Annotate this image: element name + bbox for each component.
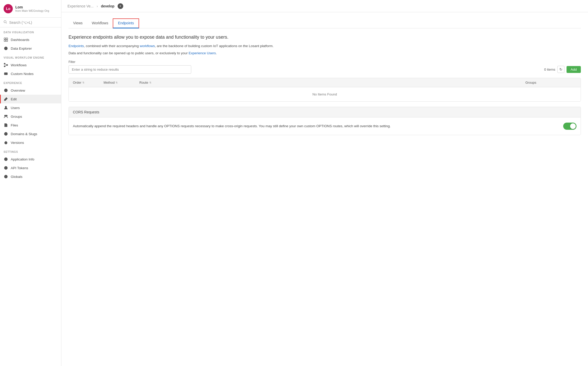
breadcrumb-current: develop [101,4,115,8]
svg-point-21 [5,115,6,116]
items-count-container: 0 items ↻ Add [544,66,581,73]
table-body: No Items Found [69,87,581,101]
breadcrumb-separator: › [97,4,98,8]
svg-point-26 [5,142,7,144]
cors-toggle[interactable] [563,123,576,130]
sort-icon-order: ⇅ [82,81,84,84]
edit-icon [4,97,8,101]
data-explorer-icon [4,46,8,51]
user-org: from Main WEGnology Org [15,9,49,12]
svg-line-1 [6,23,7,23]
add-button[interactable]: Add [567,66,581,73]
empty-message: No Items Found [312,92,337,96]
sidebar-item-users[interactable]: Users [0,103,61,112]
sidebar-item-edit[interactable]: Edit [0,95,61,103]
filter-label: Filter [69,60,581,64]
tab-workflows[interactable]: Workflows [87,18,113,28]
svg-rect-9 [4,66,5,67]
sidebar-item-label-files: Files [11,123,18,127]
tab-views[interactable]: Views [69,18,87,28]
workflows-link[interactable]: workflows [140,44,155,48]
table-header-method[interactable]: Method⇅ [104,81,139,84]
sidebar-item-overview[interactable]: Overview [0,86,61,95]
svg-rect-8 [4,63,5,64]
refresh-button[interactable]: ↻ [557,66,564,73]
toggle-thumb [570,123,576,129]
app-info-icon [4,157,8,162]
sidebar-item-label-domains-slugs: Domains & Slugs [11,132,37,136]
sidebar-item-api-tokens[interactable]: API Tokens [0,164,61,172]
users-icon [4,105,8,110]
sidebar-item-label-workflows: Workflows [11,63,27,67]
svg-point-18 [5,90,6,91]
section-title: Experience endpoints allow you to expose… [69,35,581,40]
sidebar-item-domains-slugs[interactable]: Domains & Slugs [0,130,61,138]
groups-icon [4,114,8,119]
sidebar-item-custom-nodes[interactable]: Custom Nodes [0,69,61,78]
sidebar-sections: DATA VISUALIZATIONDashboardsData Explore… [0,27,61,181]
search-label: Search (⌥+L) [9,20,32,25]
sidebar: Lo Lom from Main WEGnology Org Search (⌥… [0,0,61,366]
sidebar-item-groups[interactable]: Groups [0,112,61,121]
svg-rect-3 [6,38,8,39]
table-header: Order⇅Method⇅Route⇅Groups [69,78,581,87]
table-header-order[interactable]: Order⇅ [73,81,104,84]
cors-body: Automatically append the required header… [69,117,581,135]
breadcrumb-dropdown[interactable]: ▾ [118,3,123,9]
sidebar-item-label-custom-nodes: Custom Nodes [11,72,33,76]
desc1-post: , are the backbone of building custom Io… [155,44,274,48]
sidebar-item-label-versions: Versions [11,141,24,145]
sidebar-item-globals[interactable]: Globals [0,172,61,181]
custom-nodes-icon [4,71,8,76]
svg-line-12 [5,65,7,66]
desc2-post: . [216,51,217,55]
overview-icon [4,88,8,93]
sidebar-search[interactable]: Search (⌥+L) [0,18,61,27]
sidebar-item-dashboards[interactable]: Dashboards [0,35,61,44]
workflow-icon [4,63,8,67]
user-info: Lom from Main WEGnology Org [15,5,49,12]
api-tokens-icon [4,166,8,170]
filter-row: 0 items ↻ Add [69,65,581,74]
svg-line-11 [5,64,7,65]
svg-point-20 [5,106,7,108]
sidebar-item-application-info[interactable]: Application Info [0,155,61,164]
refresh-icon: ↻ [559,67,562,71]
breadcrumb-parent[interactable]: Experience Ve... [67,4,94,8]
sidebar-item-label-data-explorer: Data Explorer [11,47,32,50]
sidebar-item-label-groups: Groups [11,115,22,119]
top-nav: Experience Ve... › develop ▾ [61,0,588,12]
svg-rect-5 [6,40,8,41]
dashboard-icon [4,37,8,42]
sidebar-item-label-application-info: Application Info [11,157,34,161]
table-header-groups: Groups [525,81,576,84]
cors-section: CORS Requests Automatically append the r… [69,107,581,135]
sidebar-section-data-visualization: DATA VISUALIZATION [0,27,61,35]
cors-header: CORS Requests [69,107,581,117]
desc2-pre: Data and functionality can be opened up … [69,51,189,55]
sidebar-item-workflows[interactable]: Workflows [0,61,61,69]
endpoints-table: Order⇅Method⇅Route⇅Groups No Items Found [69,78,581,102]
sidebar-item-label-users: Users [11,106,20,110]
sidebar-item-label-api-tokens: API Tokens [11,166,28,170]
desc1-mid: , combined with their accompanying [84,44,140,48]
avatar: Lo [4,4,13,13]
experience-users-link[interactable]: Experience Users [189,51,216,55]
tab-endpoints[interactable]: Endpoints [113,18,139,28]
sidebar-user[interactable]: Lo Lom from Main WEGnology Org [0,0,61,18]
table-header-route[interactable]: Route⇅ [139,81,525,84]
endpoints-link[interactable]: Endpoints [69,44,84,48]
description-2: Data and functionality can be opened up … [69,51,581,56]
globals-icon [4,174,8,179]
sidebar-item-data-explorer[interactable]: Data Explorer [0,44,61,53]
sidebar-item-label-dashboards: Dashboards [11,38,29,42]
items-count: 0 items [544,68,555,71]
sidebar-item-files[interactable]: Files [0,121,61,130]
main-content: Experience Ve... › develop ▾ ViewsWorkfl… [61,0,588,366]
sidebar-item-versions[interactable]: Versions [0,138,61,147]
sidebar-item-label-edit: Edit [11,97,17,101]
sidebar-item-label-overview: Overview [11,89,25,92]
svg-point-29 [6,158,6,158]
svg-rect-4 [4,40,6,41]
filter-input[interactable] [69,65,191,74]
